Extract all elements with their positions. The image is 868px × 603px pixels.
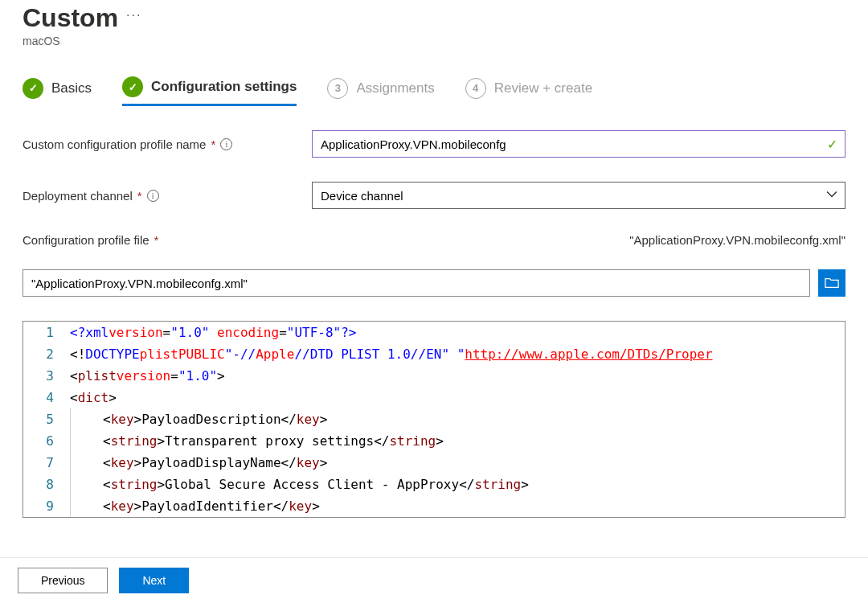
code-line: 6<string>Ttransparent proxy settings</st… <box>23 430 845 452</box>
code-line: 7<key>PayloadDisplayName</key> <box>23 452 845 474</box>
line-number: 6 <box>23 430 70 452</box>
config-file-display: "ApplicationProxy.VPN.mobileconfg.xml" <box>629 233 845 247</box>
check-icon: ✓ <box>23 78 43 99</box>
xml-code-editor[interactable]: 1<?xml version="1.0" encoding="UTF-8"?>2… <box>23 321 845 518</box>
page-title: Custom <box>23 3 118 33</box>
step-assignments[interactable]: 3 Assignments <box>327 76 434 106</box>
wizard-steps: ✓ Basics ✓ Configuration settings 3 Assi… <box>23 76 845 106</box>
config-file-label: Configuration profile file * <box>23 233 312 247</box>
line-number: 8 <box>23 474 70 495</box>
line-number: 2 <box>23 343 70 365</box>
step-label: Configuration settings <box>151 79 297 95</box>
step-label: Assignments <box>356 80 434 96</box>
line-number: 4 <box>23 387 70 408</box>
code-line: 5<key>PayloadDescription</key> <box>23 408 845 430</box>
step-number-icon: 4 <box>465 78 486 99</box>
more-actions-icon[interactable]: ··· <box>126 8 141 23</box>
required-icon: * <box>154 233 159 247</box>
step-number-icon: 3 <box>327 78 348 99</box>
code-line: 4<dict> <box>23 387 845 408</box>
step-basics[interactable]: ✓ Basics <box>23 76 92 106</box>
config-file-input[interactable] <box>23 269 810 297</box>
deployment-channel-select[interactable] <box>312 182 845 209</box>
info-icon[interactable]: i <box>147 190 159 202</box>
required-icon: * <box>211 137 215 151</box>
deployment-channel-label: Deployment channel * i <box>23 189 312 203</box>
required-icon: * <box>137 189 142 203</box>
info-icon[interactable]: i <box>220 138 232 150</box>
code-line: 8<string>Global Secure Access Client - A… <box>23 474 845 495</box>
line-number: 3 <box>23 365 70 387</box>
step-label: Review + create <box>494 80 592 96</box>
profile-name-label: Custom configuration profile name * i <box>23 137 312 151</box>
profile-name-input[interactable] <box>312 130 845 158</box>
code-line: 2<!DOCTYPE plist PUBLIC "-//Apple//DTD P… <box>23 343 845 365</box>
line-number: 5 <box>23 408 70 430</box>
step-review-create[interactable]: 4 Review + create <box>465 76 592 106</box>
step-configuration-settings[interactable]: ✓ Configuration settings <box>122 76 297 106</box>
page-subtitle: macOS <box>23 35 845 47</box>
valid-check-icon: ✓ <box>827 137 837 152</box>
step-label: Basics <box>51 80 92 96</box>
line-number: 9 <box>23 495 70 517</box>
browse-file-button[interactable] <box>818 269 845 297</box>
code-line: 3<plist version="1.0"> <box>23 365 845 387</box>
folder-icon <box>825 277 839 289</box>
line-number: 7 <box>23 452 70 474</box>
code-line: 9<key>PayloadIdentifier</key> <box>23 495 845 517</box>
code-line: 1<?xml version="1.0" encoding="UTF-8"?> <box>23 322 845 343</box>
line-number: 1 <box>23 322 70 343</box>
check-icon: ✓ <box>122 76 143 97</box>
